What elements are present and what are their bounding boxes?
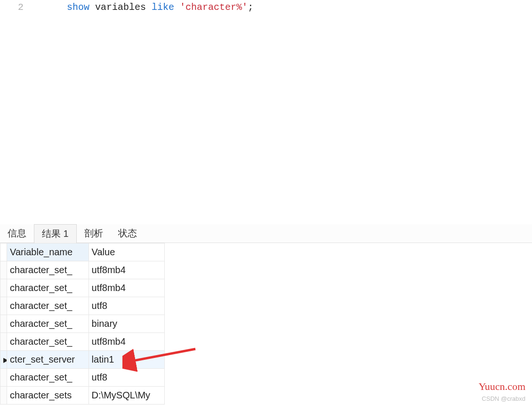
cell-variable-name[interactable]: character_set_ bbox=[7, 315, 89, 333]
code-content: show variables like 'character%'; bbox=[33, 0, 253, 24]
tab-info[interactable]: 信息 bbox=[0, 224, 34, 243]
cell-value[interactable]: binary bbox=[89, 315, 164, 333]
line-number: 2 bbox=[0, 2, 33, 13]
table-row[interactable]: character_set_utf8mb4 bbox=[0, 333, 165, 351]
cell-variable-name[interactable]: character_set_ bbox=[7, 297, 89, 315]
result-table: Variable_name Value character_set_utf8mb… bbox=[0, 243, 165, 405]
sql-string-literal: 'character%' bbox=[180, 2, 248, 13]
table-row[interactable]: character_set_utf8 bbox=[0, 369, 165, 387]
cell-value[interactable]: utf8mb4 bbox=[89, 261, 164, 279]
table-row[interactable]: character_set_utf8 bbox=[0, 297, 165, 315]
row-marker[interactable] bbox=[0, 369, 7, 387]
results-tabs: 信息 结果 1 剖析 状态 bbox=[0, 224, 532, 243]
watermark-csdn: CSDN @crabxd bbox=[482, 395, 525, 402]
tab-result-1[interactable]: 结果 1 bbox=[34, 224, 77, 243]
column-header-variable-name[interactable]: Variable_name bbox=[7, 243, 89, 261]
row-marker[interactable] bbox=[0, 261, 7, 279]
cell-variable-name[interactable]: character_set_ bbox=[7, 333, 89, 351]
results-grid[interactable]: Variable_name Value character_set_utf8mb… bbox=[0, 243, 532, 405]
row-marker[interactable]: ▶ bbox=[0, 351, 7, 369]
row-marker[interactable] bbox=[0, 279, 7, 297]
cell-value[interactable]: utf8 bbox=[89, 297, 164, 315]
table-row[interactable]: character_setsD:\MySQL\My bbox=[0, 387, 165, 405]
cell-value[interactable]: utf8 bbox=[89, 369, 164, 387]
header-row-selector[interactable] bbox=[0, 243, 7, 261]
table-row[interactable]: character_set_utf8mb4 bbox=[0, 279, 165, 297]
sql-editor[interactable]: 2 show variables like 'character%'; bbox=[0, 0, 532, 224]
row-marker[interactable] bbox=[0, 315, 7, 333]
cell-value[interactable]: utf8mb4 bbox=[89, 279, 164, 297]
row-marker[interactable] bbox=[0, 297, 7, 315]
row-marker[interactable] bbox=[0, 333, 7, 351]
watermark-yuucn: Yuucn.com bbox=[478, 381, 525, 393]
cell-variable-name[interactable]: character_set_ bbox=[7, 261, 89, 279]
column-header-value[interactable]: Value bbox=[89, 243, 164, 261]
code-line-2[interactable]: 2 show variables like 'character%'; bbox=[0, 1, 532, 13]
table-row[interactable]: character_set_binary bbox=[0, 315, 165, 333]
cell-value[interactable]: D:\MySQL\My bbox=[89, 387, 164, 405]
tab-status[interactable]: 状态 bbox=[111, 224, 145, 243]
sql-semicolon: ; bbox=[248, 2, 253, 13]
table-row[interactable]: ▶cter_set_serverlatin1 bbox=[0, 351, 165, 369]
sql-keyword-like: like bbox=[152, 2, 174, 13]
sql-keyword-show: show bbox=[67, 2, 89, 13]
tab-profile[interactable]: 剖析 bbox=[77, 224, 111, 243]
cell-value[interactable]: utf8mb4 bbox=[89, 333, 164, 351]
table-header-row: Variable_name Value bbox=[0, 243, 165, 261]
cell-variable-name[interactable]: character_set_ bbox=[7, 369, 89, 387]
cell-variable-name[interactable]: character_sets bbox=[7, 387, 89, 405]
cell-value[interactable]: latin1 bbox=[89, 351, 164, 369]
table-row[interactable]: character_set_utf8mb4 bbox=[0, 261, 165, 279]
cell-variable-name[interactable]: character_set_ bbox=[7, 279, 89, 297]
cell-variable-name[interactable]: cter_set_server bbox=[7, 351, 89, 369]
row-marker[interactable] bbox=[0, 387, 7, 405]
sql-ident-variables: variables bbox=[89, 2, 152, 13]
